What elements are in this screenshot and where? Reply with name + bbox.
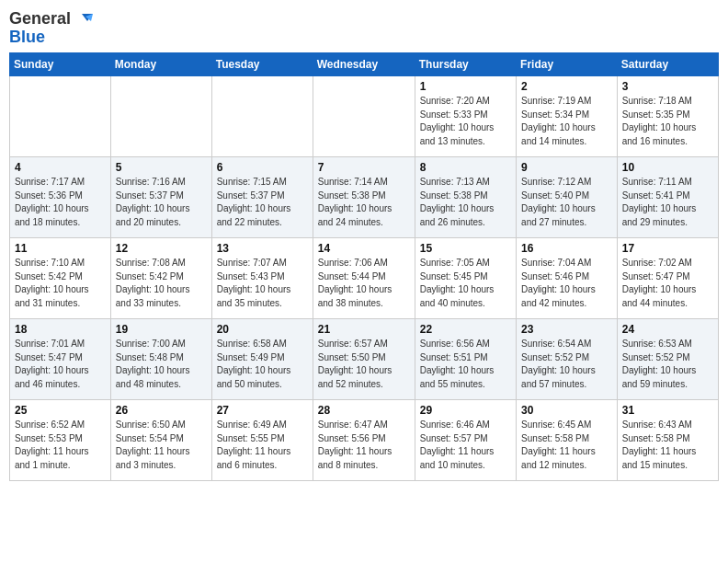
day-number: 14: [318, 242, 410, 255]
day-cell-4-5: 22Sunrise: 6:56 AM Sunset: 5:51 PM Dayli…: [415, 319, 516, 400]
day-info: Sunrise: 7:15 AM Sunset: 5:37 PM Dayligh…: [217, 177, 291, 227]
day-info: Sunrise: 7:05 AM Sunset: 5:45 PM Dayligh…: [420, 258, 495, 308]
header: General Blue: [9, 9, 719, 45]
weekday-header-thursday: Thursday: [415, 53, 516, 76]
day-number: 11: [15, 242, 106, 255]
day-cell-1-1: [10, 76, 111, 157]
day-info: Sunrise: 7:18 AM Sunset: 5:35 PM Dayligh…: [622, 96, 697, 146]
day-number: 30: [521, 404, 612, 417]
day-number: 27: [217, 404, 308, 417]
day-cell-1-4: [313, 76, 415, 157]
day-info: Sunrise: 6:52 AM Sunset: 5:53 PM Dayligh…: [15, 419, 89, 470]
day-info: Sunrise: 6:49 AM Sunset: 5:55 PM Dayligh…: [217, 419, 291, 470]
day-number: 23: [521, 323, 612, 336]
day-cell-2-1: 4Sunrise: 7:17 AM Sunset: 5:36 PM Daylig…: [10, 157, 111, 238]
day-number: 6: [217, 161, 308, 174]
day-number: 5: [116, 161, 207, 174]
day-info: Sunrise: 6:53 AM Sunset: 5:52 PM Dayligh…: [622, 339, 697, 389]
day-cell-3-1: 11Sunrise: 7:10 AM Sunset: 5:42 PM Dayli…: [10, 238, 111, 319]
day-number: 19: [116, 323, 207, 336]
day-cell-2-4: 7Sunrise: 7:14 AM Sunset: 5:38 PM Daylig…: [313, 157, 415, 238]
day-number: 10: [622, 161, 713, 174]
weekday-header-friday: Friday: [517, 53, 618, 76]
day-info: Sunrise: 7:12 AM Sunset: 5:40 PM Dayligh…: [521, 177, 596, 227]
logo-blue: Blue: [9, 29, 45, 45]
day-info: Sunrise: 7:06 AM Sunset: 5:44 PM Dayligh…: [318, 258, 392, 308]
logo-bird-icon: [73, 12, 93, 27]
day-info: Sunrise: 7:17 AM Sunset: 5:36 PM Dayligh…: [15, 177, 89, 227]
day-cell-3-4: 14Sunrise: 7:06 AM Sunset: 5:44 PM Dayli…: [313, 238, 415, 319]
day-info: Sunrise: 6:43 AM Sunset: 5:58 PM Dayligh…: [622, 419, 697, 470]
day-cell-2-7: 10Sunrise: 7:11 AM Sunset: 5:41 PM Dayli…: [617, 157, 718, 238]
day-cell-4-1: 18Sunrise: 7:01 AM Sunset: 5:47 PM Dayli…: [10, 319, 111, 400]
day-number: 12: [116, 242, 207, 255]
day-cell-1-3: [211, 76, 313, 157]
day-cell-2-6: 9Sunrise: 7:12 AM Sunset: 5:40 PM Daylig…: [517, 157, 618, 238]
day-cell-5-2: 26Sunrise: 6:50 AM Sunset: 5:54 PM Dayli…: [110, 400, 211, 481]
day-number: 2: [521, 80, 612, 93]
day-number: 4: [15, 161, 106, 174]
day-info: Sunrise: 7:11 AM Sunset: 5:41 PM Dayligh…: [622, 177, 697, 227]
week-row-4: 18Sunrise: 7:01 AM Sunset: 5:47 PM Dayli…: [10, 319, 719, 400]
day-number: 28: [318, 404, 410, 417]
day-number: 18: [15, 323, 106, 336]
day-number: 15: [420, 242, 511, 255]
day-cell-4-4: 21Sunrise: 6:57 AM Sunset: 5:50 PM Dayli…: [313, 319, 415, 400]
day-number: 1: [420, 80, 511, 93]
day-info: Sunrise: 7:16 AM Sunset: 5:37 PM Dayligh…: [116, 177, 190, 227]
day-number: 25: [15, 404, 106, 417]
day-cell-1-2: [110, 76, 211, 157]
day-info: Sunrise: 6:58 AM Sunset: 5:49 PM Dayligh…: [217, 339, 291, 389]
day-info: Sunrise: 6:50 AM Sunset: 5:54 PM Dayligh…: [116, 419, 190, 470]
day-info: Sunrise: 6:45 AM Sunset: 5:58 PM Dayligh…: [521, 419, 596, 470]
day-cell-1-5: 1Sunrise: 7:20 AM Sunset: 5:33 PM Daylig…: [415, 76, 516, 157]
weekday-header-tuesday: Tuesday: [211, 53, 313, 76]
week-row-5: 25Sunrise: 6:52 AM Sunset: 5:53 PM Dayli…: [10, 400, 719, 481]
day-number: 29: [420, 404, 511, 417]
day-info: Sunrise: 7:08 AM Sunset: 5:42 PM Dayligh…: [116, 258, 190, 308]
day-cell-3-3: 13Sunrise: 7:07 AM Sunset: 5:43 PM Dayli…: [211, 238, 313, 319]
day-info: Sunrise: 6:57 AM Sunset: 5:50 PM Dayligh…: [318, 339, 392, 389]
day-number: 20: [217, 323, 308, 336]
day-cell-3-7: 17Sunrise: 7:02 AM Sunset: 5:47 PM Dayli…: [617, 238, 718, 319]
day-info: Sunrise: 7:13 AM Sunset: 5:38 PM Dayligh…: [420, 177, 495, 227]
day-cell-4-6: 23Sunrise: 6:54 AM Sunset: 5:52 PM Dayli…: [517, 319, 618, 400]
day-cell-5-4: 28Sunrise: 6:47 AM Sunset: 5:56 PM Dayli…: [313, 400, 415, 481]
logo-general: General: [9, 9, 71, 29]
day-info: Sunrise: 6:46 AM Sunset: 5:57 PM Dayligh…: [420, 419, 495, 470]
calendar-table: SundayMondayTuesdayWednesdayThursdayFrid…: [9, 52, 719, 481]
day-number: 8: [420, 161, 511, 174]
day-number: 7: [318, 161, 410, 174]
day-cell-5-3: 27Sunrise: 6:49 AM Sunset: 5:55 PM Dayli…: [211, 400, 313, 481]
logo: General Blue: [9, 9, 93, 45]
day-cell-1-6: 2Sunrise: 7:19 AM Sunset: 5:34 PM Daylig…: [517, 76, 618, 157]
day-info: Sunrise: 7:02 AM Sunset: 5:47 PM Dayligh…: [622, 258, 697, 308]
day-cell-1-7: 3Sunrise: 7:18 AM Sunset: 5:35 PM Daylig…: [617, 76, 718, 157]
day-cell-3-6: 16Sunrise: 7:04 AM Sunset: 5:46 PM Dayli…: [517, 238, 618, 319]
header-row: SundayMondayTuesdayWednesdayThursdayFrid…: [10, 53, 719, 76]
day-cell-2-5: 8Sunrise: 7:13 AM Sunset: 5:38 PM Daylig…: [415, 157, 516, 238]
day-info: Sunrise: 6:54 AM Sunset: 5:52 PM Dayligh…: [521, 339, 596, 389]
weekday-header-saturday: Saturday: [617, 53, 718, 76]
day-info: Sunrise: 6:47 AM Sunset: 5:56 PM Dayligh…: [318, 419, 392, 470]
day-info: Sunrise: 7:01 AM Sunset: 5:47 PM Dayligh…: [15, 339, 89, 389]
day-number: 16: [521, 242, 612, 255]
day-cell-5-6: 30Sunrise: 6:45 AM Sunset: 5:58 PM Dayli…: [517, 400, 618, 481]
day-number: 17: [622, 242, 713, 255]
weekday-header-sunday: Sunday: [10, 53, 111, 76]
day-info: Sunrise: 7:04 AM Sunset: 5:46 PM Dayligh…: [521, 258, 596, 308]
day-cell-4-2: 19Sunrise: 7:00 AM Sunset: 5:48 PM Dayli…: [110, 319, 211, 400]
day-info: Sunrise: 6:56 AM Sunset: 5:51 PM Dayligh…: [420, 339, 495, 389]
day-cell-4-3: 20Sunrise: 6:58 AM Sunset: 5:49 PM Dayli…: [211, 319, 313, 400]
day-info: Sunrise: 7:14 AM Sunset: 5:38 PM Dayligh…: [318, 177, 392, 227]
day-cell-4-7: 24Sunrise: 6:53 AM Sunset: 5:52 PM Dayli…: [617, 319, 718, 400]
day-number: 21: [318, 323, 410, 336]
weekday-header-wednesday: Wednesday: [313, 53, 415, 76]
day-number: 31: [622, 404, 713, 417]
day-info: Sunrise: 7:07 AM Sunset: 5:43 PM Dayligh…: [217, 258, 291, 308]
day-number: 24: [622, 323, 713, 336]
day-cell-5-5: 29Sunrise: 6:46 AM Sunset: 5:57 PM Dayli…: [415, 400, 516, 481]
day-cell-2-2: 5Sunrise: 7:16 AM Sunset: 5:37 PM Daylig…: [110, 157, 211, 238]
week-row-3: 11Sunrise: 7:10 AM Sunset: 5:42 PM Dayli…: [10, 238, 719, 319]
day-cell-2-3: 6Sunrise: 7:15 AM Sunset: 5:37 PM Daylig…: [211, 157, 313, 238]
